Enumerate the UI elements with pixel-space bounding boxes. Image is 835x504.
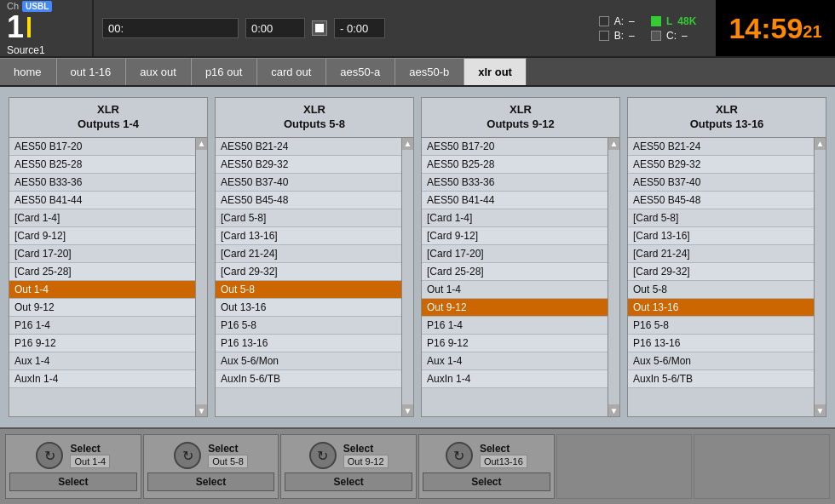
list-item[interactable]: AES50 B33-36 (9, 174, 195, 192)
a-label: A: (614, 15, 624, 27)
scroll-up-2[interactable]: ▲ (402, 138, 414, 150)
list-item[interactable]: [Card 17-20] (422, 245, 608, 263)
list-item[interactable]: Out 9-12 (422, 299, 608, 317)
scroll-down-3[interactable]: ▼ (608, 404, 620, 416)
list-item[interactable]: [Card 9-12] (9, 227, 195, 245)
tab-xlr-out[interactable]: xlr out (464, 58, 527, 85)
list-item[interactable]: AuxIn 1-4 (9, 370, 195, 388)
list-item[interactable]: [Card 17-20] (9, 245, 195, 263)
list-item[interactable]: [Card 21-24] (628, 245, 814, 263)
scrollbar-1[interactable]: ▲ ▼ (195, 138, 207, 416)
rotate-icon-4[interactable]: ↻ (446, 442, 473, 469)
list-item[interactable]: [Card 9-12] (422, 227, 608, 245)
select-value-3: Out 9-12 (343, 455, 389, 468)
list-item[interactable]: [Card 29-32] (628, 263, 814, 281)
tab-aux-out[interactable]: aux out (125, 58, 191, 85)
scroll-track-3 (608, 150, 619, 404)
select-button-2[interactable]: Select (147, 472, 275, 491)
list-item[interactable]: AES50 B45-48 (216, 192, 401, 209)
list-item[interactable]: Out 5-8 (628, 281, 814, 299)
rotate-icon-2[interactable]: ↻ (174, 442, 201, 469)
list-item[interactable]: P16 13-16 (628, 335, 814, 352)
scroll-track-2 (402, 150, 413, 404)
list-item[interactable]: Out 9-12 (9, 299, 195, 317)
list-item[interactable]: P16 5-8 (628, 317, 814, 335)
list-item[interactable]: AES50 B33-36 (422, 174, 608, 192)
tab-p16-out[interactable]: p16 out (191, 58, 256, 85)
scrollbar-2[interactable]: ▲ ▼ (401, 138, 413, 416)
tab-card-out[interactable]: card out (256, 58, 325, 85)
select-block-1: ↻ Select Out 1-4 Select (5, 434, 141, 499)
scroll-up-3[interactable]: ▲ (608, 138, 620, 150)
scroll-down-2[interactable]: ▼ (402, 404, 414, 416)
select-label-2: Select (208, 443, 248, 455)
list-item[interactable]: AuxIn 5-6/TB (216, 370, 401, 388)
list-item[interactable]: Out 13-16 (216, 299, 401, 317)
list-item[interactable]: AES50 B21-24 (628, 138, 814, 156)
a-value: – (629, 15, 646, 27)
tab-home[interactable]: home (0, 58, 56, 85)
list-item[interactable]: AES50 B41-44 (9, 192, 195, 209)
list-item[interactable]: AES50 B45-48 (628, 192, 814, 209)
select-block-2: ↻ Select Out 5-8 Select (143, 434, 279, 499)
scroll-up-1[interactable]: ▲ (196, 138, 208, 150)
scrollbar-3[interactable]: ▲ ▼ (608, 138, 619, 416)
list-item[interactable]: AES50 B21-24 (216, 138, 401, 156)
list-item[interactable]: [Card 1-4] (422, 209, 608, 227)
list-item[interactable]: [Card 5-8] (628, 209, 814, 227)
select-block-4: ↻ Select Out13-16 Select (418, 434, 555, 499)
list-item[interactable]: Out 5-8 (216, 281, 401, 299)
nav-tabs: home out 1-16 aux out p16 out card out a… (0, 58, 835, 87)
list-item[interactable]: [Card 13-16] (628, 227, 814, 245)
list-item[interactable]: AuxIn 5-6/TB (628, 370, 814, 388)
list-item[interactable]: [Card 29-32] (216, 263, 401, 281)
select-button-4[interactable]: Select (423, 472, 550, 491)
a-indicator (599, 16, 609, 26)
list-item[interactable]: AuxIn 1-4 (422, 370, 608, 388)
tab-out1-16[interactable]: out 1-16 (56, 58, 126, 85)
list-item[interactable]: [Card 5-8] (216, 209, 401, 227)
list-item[interactable]: [Card 25-28] (9, 263, 195, 281)
list-item[interactable]: Aux 1-4 (422, 352, 608, 370)
list-item[interactable]: [Card 13-16] (216, 227, 401, 245)
list-item[interactable]: Out 1-4 (422, 281, 608, 299)
scroll-down-1[interactable]: ▼ (196, 404, 208, 416)
list-item[interactable]: AES50 B29-32 (628, 156, 814, 174)
list-item[interactable]: AES50 B29-32 (216, 156, 401, 174)
tab-aes50-b[interactable]: aes50-b (394, 58, 464, 85)
list-item[interactable]: [Card 1-4] (9, 209, 195, 227)
list-item[interactable]: Aux 5-6/Mon (628, 352, 814, 370)
scroll-up-4[interactable]: ▲ (815, 138, 826, 150)
stop-button[interactable] (312, 20, 327, 36)
list-item[interactable]: Aux 5-6/Mon (216, 352, 401, 370)
scroll-down-4[interactable]: ▼ (815, 404, 826, 416)
rotate-icon-3[interactable]: ↻ (309, 442, 337, 469)
select-button-3[interactable]: Select (285, 472, 412, 491)
scrollbar-4[interactable]: ▲ ▼ (814, 138, 826, 416)
list-item[interactable]: P16 1-4 (9, 317, 195, 335)
list-item[interactable]: AES50 B25-28 (9, 156, 195, 174)
list-item[interactable]: AES50 B37-40 (628, 174, 814, 192)
clock-seconds: 21 (803, 22, 821, 42)
list-item[interactable]: P16 1-4 (422, 317, 608, 335)
tab-aes50-a[interactable]: aes50-a (325, 58, 394, 85)
list-item[interactable]: Aux 1-4 (9, 352, 195, 370)
rotate-icon-1[interactable]: ↻ (36, 442, 63, 469)
list-item[interactable]: P16 9-12 (422, 335, 608, 352)
list-item[interactable]: [Card 25-28] (422, 263, 608, 281)
list-item[interactable]: Out 1-4 (9, 281, 195, 299)
clock-time: 14:59 (728, 12, 803, 45)
transport-field-1: 00: (102, 18, 239, 38)
list-item[interactable]: [Card 21-24] (216, 245, 401, 263)
list-item[interactable]: P16 5-8 (216, 317, 401, 335)
select-button-1[interactable]: Select (9, 472, 137, 491)
list-item[interactable]: AES50 B37-40 (216, 174, 401, 192)
list-item[interactable]: AES50 B17-20 (422, 138, 608, 156)
list-item[interactable]: AES50 B17-20 (9, 138, 195, 156)
list-item[interactable]: AES50 B25-28 (422, 156, 608, 174)
list-item[interactable]: Out 13-16 (628, 299, 814, 317)
list-item[interactable]: AES50 B41-44 (422, 192, 608, 209)
list-item[interactable]: P16 9-12 (9, 335, 195, 352)
xlr-header-3: XLR Outputs 9-12 (422, 98, 619, 138)
list-item[interactable]: P16 13-16 (216, 335, 401, 352)
